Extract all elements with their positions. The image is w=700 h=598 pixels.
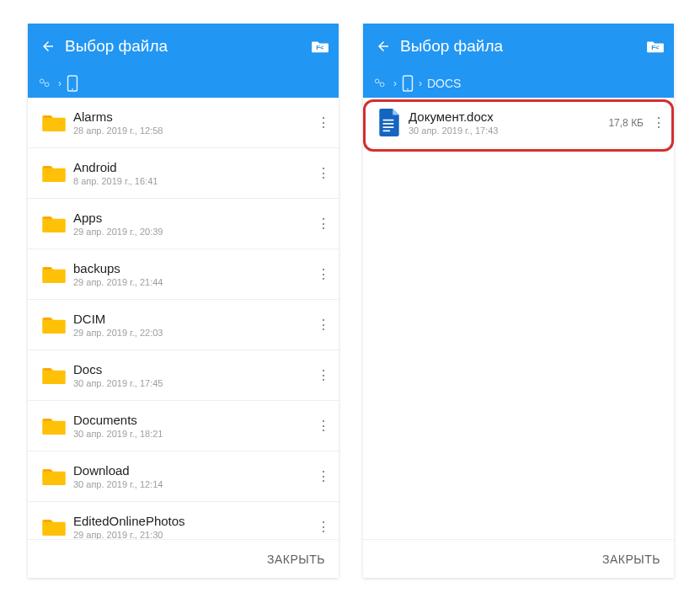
folder-meta: 30 апр. 2019 г., 18:21 bbox=[73, 429, 315, 439]
svg-text:F<: F< bbox=[651, 43, 660, 51]
folder-name: Alarms bbox=[73, 109, 315, 124]
left-breadcrumb: › bbox=[28, 68, 339, 98]
file-row-docx[interactable]: Документ.docx 30 апр. 2019 г., 17:43 17,… bbox=[363, 98, 674, 148]
folder-name: Documents bbox=[73, 413, 315, 427]
right-file-list: Документ.docx 30 апр. 2019 г., 17:43 17,… bbox=[363, 98, 674, 148]
left-file-list: Alarms28 апр. 2019 г., 12:58⋮Android8 ап… bbox=[28, 98, 339, 553]
more-options-icon[interactable]: ⋮ bbox=[315, 216, 332, 232]
more-options-icon[interactable]: ⋮ bbox=[315, 317, 332, 333]
more-options-icon[interactable]: ⋮ bbox=[315, 418, 332, 434]
right-header: Выбор файла F< bbox=[363, 24, 674, 68]
svg-rect-11 bbox=[383, 123, 394, 125]
folder-row-3[interactable]: backups29 апр. 2019 г., 21:44⋮ bbox=[28, 249, 339, 300]
folder-icon bbox=[35, 264, 73, 286]
folder-row-2[interactable]: Apps29 апр. 2019 г., 20:39⋮ bbox=[28, 199, 339, 249]
folder-meta: 8 апр. 2019 г., 16:41 bbox=[73, 176, 315, 186]
folder-row-5[interactable]: Docs30 апр. 2019 г., 17:45⋮ bbox=[28, 350, 339, 401]
more-options-icon[interactable]: ⋮ bbox=[315, 367, 332, 383]
folder-row-1[interactable]: Android8 апр. 2019 г., 16:41⋮ bbox=[28, 148, 339, 199]
breadcrumb-device-icon[interactable] bbox=[67, 75, 78, 92]
svg-point-7 bbox=[380, 83, 384, 87]
file-name: Документ.docx bbox=[409, 109, 608, 124]
breadcrumb-root-icon[interactable] bbox=[371, 77, 388, 90]
svg-text:F<: F< bbox=[316, 43, 324, 51]
folder-name: DCIM bbox=[73, 312, 315, 326]
folder-row-0[interactable]: Alarms28 апр. 2019 г., 12:58⋮ bbox=[28, 98, 339, 148]
back-icon[interactable] bbox=[371, 35, 395, 58]
svg-rect-10 bbox=[383, 119, 394, 120]
folder-icon bbox=[35, 415, 73, 437]
folder-name: Docs bbox=[73, 362, 315, 376]
folder-name: EditedOnlinePhotos bbox=[73, 514, 315, 528]
svg-rect-13 bbox=[383, 130, 391, 131]
file-meta: 30 апр. 2019 г., 17:43 bbox=[409, 125, 608, 136]
folder-icon bbox=[35, 365, 73, 387]
svg-rect-12 bbox=[383, 126, 394, 128]
folder-meta: 30 апр. 2019 г., 12:14 bbox=[73, 479, 315, 489]
folder-icon bbox=[35, 314, 73, 336]
close-button[interactable]: ЗАКРЫТЬ bbox=[267, 553, 325, 566]
close-button[interactable]: ЗАКРЫТЬ bbox=[602, 553, 660, 566]
file-size: 17,8 КБ bbox=[608, 117, 644, 129]
folder-icon bbox=[35, 466, 73, 488]
folder-name: Android bbox=[73, 160, 315, 174]
app-logo-icon[interactable]: F< bbox=[645, 36, 665, 56]
folder-row-7[interactable]: Download30 апр. 2019 г., 12:14⋮ bbox=[28, 451, 339, 502]
svg-point-6 bbox=[375, 79, 379, 83]
more-options-icon[interactable]: ⋮ bbox=[315, 266, 332, 282]
folder-name: backups bbox=[73, 261, 315, 275]
breadcrumb-root-icon[interactable] bbox=[36, 77, 53, 90]
app-logo-icon[interactable]: F< bbox=[310, 36, 330, 56]
right-footer: ЗАКРЫТЬ bbox=[363, 539, 674, 578]
folder-name: Apps bbox=[73, 211, 315, 225]
folder-icon bbox=[35, 213, 73, 235]
folder-meta: 29 апр. 2019 г., 20:39 bbox=[73, 227, 315, 237]
folder-icon bbox=[35, 112, 73, 134]
folder-meta: 29 апр. 2019 г., 21:44 bbox=[73, 277, 315, 287]
folder-row-4[interactable]: DCIM29 апр. 2019 г., 22:03⋮ bbox=[28, 300, 339, 350]
folder-name: Download bbox=[73, 463, 315, 478]
more-options-icon[interactable]: ⋮ bbox=[650, 115, 667, 131]
right-breadcrumb: › › DOCS bbox=[363, 68, 674, 98]
breadcrumb-docs-label[interactable]: DOCS bbox=[427, 77, 461, 90]
folder-icon bbox=[35, 163, 73, 184]
right-title: Выбор файла bbox=[400, 37, 645, 56]
back-icon[interactable] bbox=[36, 35, 60, 58]
folder-icon bbox=[35, 516, 73, 538]
folder-meta: 28 апр. 2019 г., 12:58 bbox=[73, 125, 315, 136]
left-header: Выбор файла F< bbox=[28, 24, 339, 68]
svg-point-2 bbox=[45, 83, 49, 87]
chevron-right-icon: › bbox=[419, 77, 422, 89]
folder-meta: 29 апр. 2019 г., 22:03 bbox=[73, 328, 315, 338]
folder-meta: 30 апр. 2019 г., 17:45 bbox=[73, 378, 315, 388]
more-options-icon[interactable]: ⋮ bbox=[315, 115, 332, 131]
docx-file-icon bbox=[370, 109, 409, 137]
more-options-icon[interactable]: ⋮ bbox=[315, 468, 332, 484]
more-options-icon[interactable]: ⋮ bbox=[315, 165, 332, 181]
svg-point-4 bbox=[72, 88, 73, 89]
svg-point-1 bbox=[40, 79, 44, 83]
left-title: Выбор файла bbox=[65, 37, 310, 56]
svg-point-9 bbox=[407, 88, 409, 89]
chevron-right-icon: › bbox=[58, 77, 61, 89]
breadcrumb-device-icon[interactable] bbox=[402, 75, 414, 92]
more-options-icon[interactable]: ⋮ bbox=[315, 519, 332, 535]
chevron-right-icon: › bbox=[393, 77, 397, 89]
left-footer: ЗАКРЫТЬ bbox=[28, 539, 339, 578]
folder-row-6[interactable]: Documents30 апр. 2019 г., 18:21⋮ bbox=[28, 401, 339, 451]
